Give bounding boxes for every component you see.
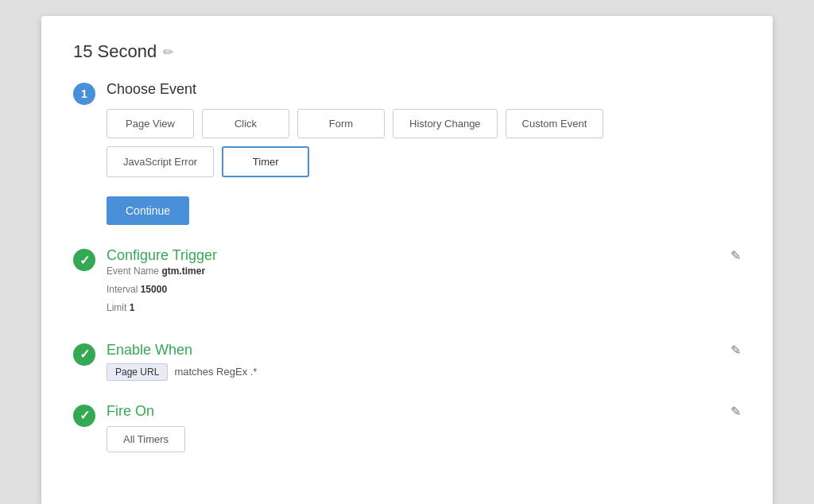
step3-content: Enable When ✎ Page URL matches RegEx .* bbox=[107, 342, 741, 381]
page-title-edit-icon[interactable]: ✏ bbox=[163, 45, 173, 60]
step3-header-row: Enable When ✎ bbox=[107, 342, 741, 359]
event-btn-timer[interactable]: Timer bbox=[222, 146, 309, 177]
step3-badge: ✓ bbox=[73, 343, 95, 366]
step1-badge: 1 bbox=[73, 83, 95, 105]
page-title-row: 15 Second ✏ bbox=[73, 41, 741, 62]
step4-badge: ✓ bbox=[73, 405, 95, 427]
trigger-detail-interval: Interval 15000 bbox=[107, 282, 741, 297]
step2-badge: ✓ bbox=[73, 249, 95, 271]
step1-content: Choose Event Page View Click Form Histor… bbox=[107, 81, 741, 225]
enable-when-row: Page URL matches RegEx .* bbox=[107, 363, 741, 381]
step1-title: Choose Event bbox=[107, 81, 741, 98]
event-btn-customevent[interactable]: Custom Event bbox=[506, 109, 604, 138]
trigger-detail-limit: Limit 1 bbox=[107, 300, 741, 316]
step1-row: 1 Choose Event Page View Click Form Hist… bbox=[73, 81, 741, 225]
event-btn-historychange[interactable]: History Change bbox=[393, 109, 498, 138]
event-btn-pageview[interactable]: Page View bbox=[107, 109, 194, 138]
step2-content: Configure Trigger ✎ Event Name gtm.timer… bbox=[107, 247, 741, 320]
step3-row: ✓ Enable When ✎ Page URL matches RegEx .… bbox=[73, 342, 741, 381]
continue-button[interactable]: Continue bbox=[107, 196, 189, 225]
page-url-tag[interactable]: Page URL bbox=[107, 363, 168, 381]
step4-title: Fire On bbox=[107, 403, 154, 420]
page-title: 15 Second bbox=[73, 41, 157, 62]
step2-row: ✓ Configure Trigger ✎ Event Name gtm.tim… bbox=[73, 247, 741, 320]
main-card: 15 Second ✏ 1 Choose Event Page View Cli… bbox=[41, 16, 773, 504]
step4-edit-icon[interactable]: ✎ bbox=[731, 404, 741, 419]
step4-header-row: Fire On ✎ bbox=[107, 403, 741, 420]
step4-content: Fire On ✎ All Timers bbox=[107, 403, 741, 452]
step3-title: Enable When bbox=[107, 342, 192, 359]
event-btn-form[interactable]: Form bbox=[297, 109, 385, 138]
event-btn-click[interactable]: Click bbox=[202, 109, 289, 138]
trigger-detail-eventname: Event Name gtm.timer bbox=[107, 264, 741, 279]
step2-header-row: Configure Trigger ✎ bbox=[107, 247, 741, 264]
event-buttons-row2: JavaScript Error Timer bbox=[107, 146, 741, 177]
step4-row: ✓ Fire On ✎ All Timers bbox=[73, 403, 741, 452]
step3-edit-icon[interactable]: ✎ bbox=[731, 343, 741, 358]
step2-title: Configure Trigger bbox=[107, 247, 217, 264]
fire-on-box: All Timers bbox=[107, 426, 185, 452]
step2-edit-icon[interactable]: ✎ bbox=[731, 248, 741, 263]
condition-text: matches RegEx .* bbox=[174, 366, 257, 378]
event-btn-jserror[interactable]: JavaScript Error bbox=[107, 146, 214, 177]
event-buttons-row1: Page View Click Form History Change Cust… bbox=[107, 109, 741, 138]
